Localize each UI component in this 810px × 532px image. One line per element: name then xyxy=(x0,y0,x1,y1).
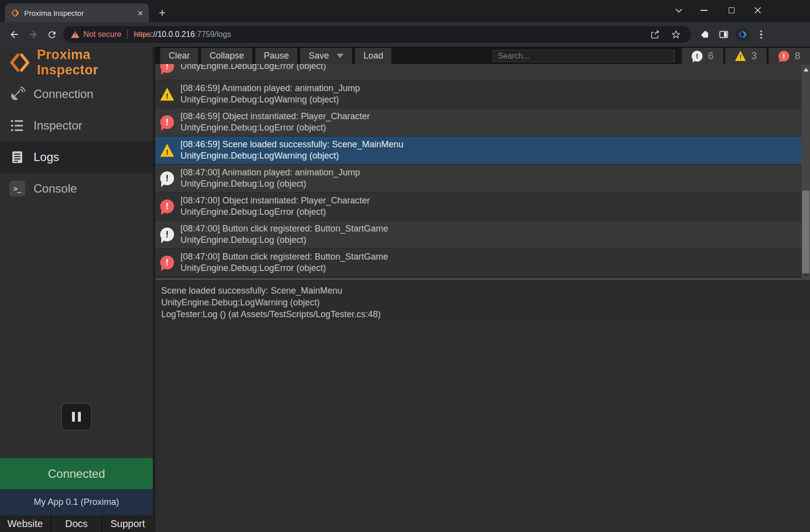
footer-link-website[interactable]: Website xyxy=(0,515,50,532)
window-maximize-button[interactable] xyxy=(720,0,743,21)
log-row[interactable]: ![08:47:00] Button click registered: But… xyxy=(155,249,810,277)
browser-toolbar: Not secure https://10.0.0.216:7759/logs xyxy=(0,22,810,47)
new-tab-button[interactable]: + xyxy=(154,4,171,21)
info-icon: ! xyxy=(160,228,174,241)
error-count-toggle[interactable]: !8 xyxy=(769,48,810,64)
browser-tab[interactable]: Proxima Inspector × xyxy=(5,3,149,22)
warning-icon: ! xyxy=(160,87,174,101)
log-detail-panel: Scene loaded successfully: Scene_MainMen… xyxy=(155,279,810,320)
log-message: [08:47:00] Button click registered: Butt… xyxy=(180,251,388,263)
tab-title: Proxima Inspector xyxy=(24,9,133,17)
logs-icon xyxy=(8,150,26,165)
warning-icon: ! xyxy=(735,51,746,62)
logs-toolbar: ClearCollapsePauseSaveLoad !6!3!8 xyxy=(155,47,810,64)
sidebar-footer: WebsiteDocsSupport xyxy=(0,515,153,532)
sidebar-item-inspector[interactable]: Inspector xyxy=(0,110,153,141)
log-row[interactable]: ![08:46:59] Object instantiated: Player_… xyxy=(155,108,810,136)
window-close-button[interactable] xyxy=(746,0,770,21)
log-message: [08:46:59] Animation played: animation_J… xyxy=(180,83,360,94)
app-info-bar: My App 0.1 (Proxima) xyxy=(0,489,153,515)
info-count-toggle[interactable]: !6 xyxy=(682,48,723,64)
warning-count-toggle[interactable]: !3 xyxy=(725,48,767,64)
scroll-thumb[interactable] xyxy=(802,191,810,273)
sidebar-item-connection[interactable]: Connection xyxy=(0,78,153,110)
console-icon: >_ xyxy=(8,181,26,197)
not-secure-label[interactable]: Not secure xyxy=(83,30,121,39)
profile-avatar[interactable] xyxy=(735,27,750,42)
log-source: UnityEngine.Debug:LogError (object) xyxy=(180,206,370,218)
log-message: [08:47:00] Button click registered: Butt… xyxy=(180,223,388,234)
tab-search-chevron-icon[interactable] xyxy=(667,0,691,21)
log-row[interactable]: !UnityEngine.Debug:LogError (object) xyxy=(155,64,810,80)
warning-icon: ! xyxy=(160,143,174,157)
reload-icon[interactable] xyxy=(44,27,59,42)
save-dropdown-caret-icon[interactable] xyxy=(337,54,344,58)
inspector-icon xyxy=(8,118,26,133)
save-button[interactable]: Save xyxy=(300,48,352,64)
error-icon: ! xyxy=(160,256,174,269)
info-count: 6 xyxy=(708,50,713,62)
window-minimize-button[interactable] xyxy=(692,0,716,21)
log-list: !UnityEngine.Debug:LogError (object)![08… xyxy=(155,64,810,279)
log-source: UnityEngine.Debug:LogWarning (object) xyxy=(180,150,403,162)
search-input[interactable] xyxy=(493,50,675,62)
scroll-up-icon[interactable] xyxy=(804,68,809,71)
info-icon: ! xyxy=(692,51,703,62)
proxima-logo-icon xyxy=(9,52,31,73)
log-source: UnityEngine.Debug:Log (object) xyxy=(180,234,388,246)
browser-menu-kebab-icon[interactable] xyxy=(753,27,769,42)
log-counters: !6!3!8 xyxy=(682,48,810,64)
log-row[interactable]: ![08:47:00] Animation played: animation_… xyxy=(155,165,810,193)
avatar-proxima-icon xyxy=(736,28,749,41)
connection-icon xyxy=(8,86,26,102)
log-row[interactable]: ![08:46:59] Scene loaded successfully: S… xyxy=(155,136,810,165)
tab-close-icon[interactable]: × xyxy=(138,8,143,18)
log-row[interactable]: ![08:47:00] Button click registered: But… xyxy=(155,221,810,249)
pause-stream-button[interactable] xyxy=(61,403,92,431)
share-icon[interactable] xyxy=(650,29,661,40)
log-row[interactable]: ![08:46:59] Animation played: animation_… xyxy=(155,80,810,108)
address-divider xyxy=(127,30,128,39)
error-icon: ! xyxy=(160,200,174,213)
forward-icon[interactable] xyxy=(26,27,40,42)
app-logo: Proxima Inspector xyxy=(0,49,153,76)
log-source: UnityEngine.Debug:LogError (object) xyxy=(180,64,326,72)
sidebar-item-console[interactable]: >_Console xyxy=(0,173,153,204)
extensions-puzzle-icon[interactable] xyxy=(697,27,713,42)
log-source: UnityEngine.Debug:Log (object) xyxy=(180,178,360,190)
log-message: [08:47:00] Animation played: animation_J… xyxy=(180,167,360,178)
app-title: Proxima Inspector xyxy=(37,47,153,78)
footer-link-support[interactable]: Support xyxy=(103,515,153,532)
log-message: [08:46:59] Object instantiated: Player_C… xyxy=(180,111,370,122)
sidebar: Proxima Inspector ConnectionInspectorLog… xyxy=(0,47,153,532)
collapse-button[interactable]: Collapse xyxy=(201,48,252,64)
logs-panel: ClearCollapsePauseSaveLoad !6!3!8 !Unity… xyxy=(153,47,810,532)
not-secure-warning-icon[interactable] xyxy=(71,31,79,38)
log-source: UnityEngine.Debug:LogWarning (object) xyxy=(180,94,360,105)
detail-line: UnityEngine.Debug:LogWarning (object) xyxy=(161,297,810,308)
scroll-down-icon[interactable] xyxy=(804,274,809,277)
log-source: UnityEngine.Debug:LogError (object) xyxy=(180,122,370,133)
error-icon: ! xyxy=(160,115,174,129)
url-text[interactable]: https://10.0.0.216:7759/logs xyxy=(134,30,650,39)
sidebar-item-logs[interactable]: Logs xyxy=(0,141,153,173)
side-panel-icon[interactable] xyxy=(716,27,732,42)
error-count: 8 xyxy=(795,50,800,62)
toolbar-buttons: ClearCollapsePauseSaveLoad xyxy=(160,48,391,64)
bookmark-star-icon[interactable] xyxy=(670,29,681,40)
clear-button[interactable]: Clear xyxy=(160,48,198,64)
tab-strip: Proxima Inspector × + xyxy=(0,0,810,22)
load-button[interactable]: Load xyxy=(355,48,391,64)
address-bar[interactable]: Not secure https://10.0.0.216:7759/logs xyxy=(63,26,691,43)
footer-link-docs[interactable]: Docs xyxy=(51,515,102,532)
info-icon: ! xyxy=(160,171,174,185)
pause-icon xyxy=(72,412,75,422)
log-scrollbar[interactable] xyxy=(802,65,810,280)
pause-button[interactable]: Pause xyxy=(255,48,297,64)
error-icon: ! xyxy=(778,51,789,62)
log-source: UnityEngine.Debug:LogError (object) xyxy=(180,263,388,274)
log-row[interactable]: ![08:47:00] Object instantiated: Player_… xyxy=(155,193,810,221)
detail-line: Scene loaded successfully: Scene_MainMen… xyxy=(161,285,810,297)
back-icon[interactable] xyxy=(7,27,22,42)
log-message: [08:46:59] Scene loaded successfully: Sc… xyxy=(180,139,403,150)
